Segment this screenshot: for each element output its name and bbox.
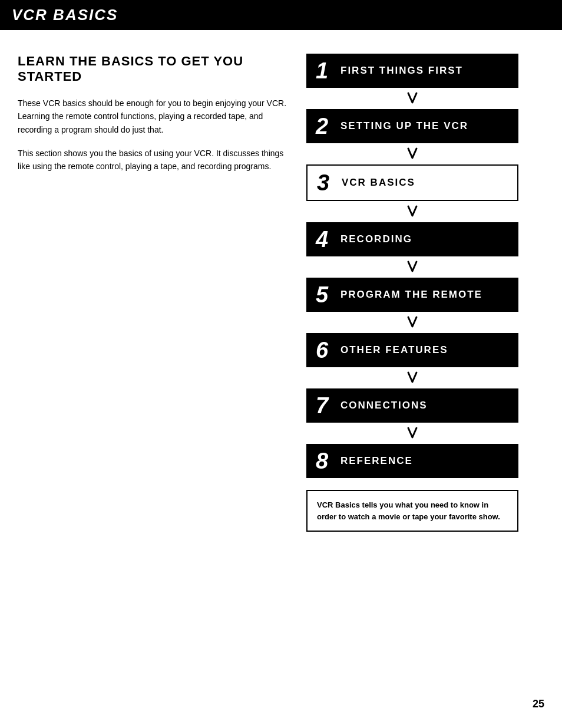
nav-label-6: OTHER FEATURES xyxy=(340,344,448,356)
info-box: VCR Basics tells you what you need to kn… xyxy=(306,490,518,532)
arrow-5 xyxy=(306,312,518,333)
arrow-4 xyxy=(306,256,518,278)
nav-number-6: 6 xyxy=(316,339,335,361)
nav-number-8: 8 xyxy=(316,450,335,472)
arrow-2 xyxy=(306,143,518,164)
arrow-1 xyxy=(306,88,518,109)
nav-number-2: 2 xyxy=(316,115,335,137)
nav-label-5: PROGRAM THE REMOTE xyxy=(340,289,482,301)
nav-label-4: RECORDING xyxy=(340,233,412,245)
nav-number-1: 1 xyxy=(316,60,335,82)
nav-number-4: 4 xyxy=(316,228,335,251)
nav-item-5[interactable]: 5 PROGRAM THE REMOTE xyxy=(306,278,518,312)
nav-label-8: REFERENCE xyxy=(340,455,413,467)
nav-item-7[interactable]: 7 CONNECTIONS xyxy=(306,388,518,423)
section-title: LEARN THE BASICS TO GET YOU STARTED xyxy=(18,54,289,85)
arrow-7 xyxy=(306,423,518,444)
info-box-text: VCR Basics tells you what you need to kn… xyxy=(317,499,508,522)
nav-number-7: 7 xyxy=(316,394,335,417)
paragraph-1: These VCR basics should be enough for yo… xyxy=(18,97,289,136)
nav-label-7: CONNECTIONS xyxy=(340,400,428,411)
nav-item-6[interactable]: 6 OTHER FEATURES xyxy=(306,333,518,367)
nav-item-4[interactable]: 4 RECORDING xyxy=(306,222,518,256)
left-column: LEARN THE BASICS TO GET YOU STARTED Thes… xyxy=(18,54,289,532)
nav-number-5: 5 xyxy=(316,284,335,306)
arrow-3 xyxy=(306,201,518,222)
page-header: VCR BASICS xyxy=(0,0,562,30)
nav-item-2[interactable]: 2 SETTING UP THE VCR xyxy=(306,109,518,143)
paragraph-2: This section shows you the basics of usi… xyxy=(18,147,289,173)
page-number: 25 xyxy=(533,698,544,710)
nav-number-3: 3 xyxy=(317,172,336,194)
nav-item-1[interactable]: 1 FIRST THINGS FIRST xyxy=(306,54,518,88)
nav-label-1: FIRST THINGS FIRST xyxy=(340,65,463,77)
arrow-6 xyxy=(306,367,518,388)
page-header-title: VCR BASICS xyxy=(12,6,118,24)
nav-item-8[interactable]: 8 REFERENCE xyxy=(306,444,518,478)
nav-item-3[interactable]: 3 VCR BASICS xyxy=(306,164,518,201)
nav-label-2: SETTING UP THE VCR xyxy=(340,120,468,132)
nav-label-3: VCR BASICS xyxy=(342,177,415,189)
right-column: 1 FIRST THINGS FIRST 2 SETTING UP THE VC… xyxy=(306,54,518,532)
